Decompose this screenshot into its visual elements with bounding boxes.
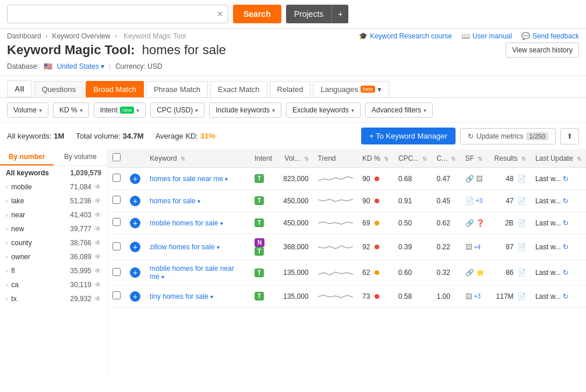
tab-all[interactable]: All [7,80,32,97]
eye-icon[interactable]: 👁 [94,239,101,247]
th-volume[interactable]: Vol... ⇅ [277,149,313,168]
eye-icon[interactable]: 👁 [94,253,101,261]
th-results[interactable]: Results ⇅ [490,149,531,168]
sidebar-item-county[interactable]: › county 38,766 👁 [0,236,107,250]
row-checkbox[interactable] [112,291,121,299]
keyword-dropdown-icon[interactable]: ▾ [210,294,213,300]
filter-exclude[interactable]: Exclude keywords ▾ [286,103,361,118]
sidebar-item-ca[interactable]: › ca 30,119 👁 [0,278,107,292]
row-checkbox[interactable] [112,242,121,250]
filter-advanced[interactable]: Advanced filters ▾ [365,103,433,118]
page-icon: 📄 [517,197,526,205]
filter-cpc[interactable]: CPC (USD) ▾ [150,103,204,118]
sidebar-tab-by-volume[interactable]: By volume [54,149,107,165]
breadcrumb-keyword-overview[interactable]: Keyword Overview [52,32,110,40]
th-com[interactable]: C... ⇅ [432,149,460,168]
sidebar-item-all-keywords[interactable]: All keywords 1,039,579 [0,166,107,180]
keyword-link[interactable]: zillow homes for sale [150,243,214,251]
breadcrumb-dashboard[interactable]: Dashboard [7,32,41,40]
sidebar-item-owner[interactable]: › owner 36,089 👁 [0,250,107,264]
refresh-button[interactable]: ↻ [563,219,569,227]
search-input[interactable]: homes for sale [7,5,228,23]
td-keyword: mobile homes for sale near me ▾ [145,260,250,285]
chevron-right-icon: › [6,212,8,218]
row-checkbox[interactable] [112,174,121,182]
projects-button[interactable]: Projects [286,5,332,23]
row-checkbox[interactable] [112,268,121,276]
eye-icon[interactable]: 👁 [94,295,101,303]
th-intent[interactable]: Intent [250,149,277,168]
sidebar-item-tx[interactable]: › tx 29,932 👁 [0,292,107,306]
eye-icon[interactable]: 👁 [94,281,101,289]
view-history-button[interactable]: View search history [506,43,579,58]
filter-include[interactable]: Include keywords ▾ [209,103,281,118]
sidebar-item-fl[interactable]: › fl 35,995 👁 [0,264,107,278]
keyword-dropdown-icon[interactable]: ▾ [225,176,228,182]
th-trend[interactable]: Trend [313,149,358,168]
sidebar-item-lake[interactable]: › lake 51,236 👁 [0,194,107,208]
sidebar-item-mobile[interactable]: › mobile 71,084 👁 [0,180,107,194]
sidebar-item-new[interactable]: › new 39,777 👁 [0,222,107,236]
update-metrics-button[interactable]: ↻ Update metrics 1/250 [460,128,556,144]
add-keyword-button[interactable]: + [130,267,140,278]
filter-kd[interactable]: KD % ▾ [53,103,89,118]
keyword-link[interactable]: mobile homes for sale [150,219,218,227]
tab-languages[interactable]: Languages beta ▾ [313,81,389,97]
keyword-dropdown-icon[interactable]: ▾ [161,274,164,280]
keyword-link[interactable]: homes for sale near me [150,175,223,183]
tab-questions[interactable]: Questions [34,81,84,97]
send-feedback-link[interactable]: 💬 Send feedback [521,32,579,40]
filter-volume[interactable]: Volume ▾ [7,103,48,118]
th-sf[interactable]: SF ⇅ [461,149,490,168]
filter-intent[interactable]: Intent new ▾ [94,103,146,118]
eye-icon[interactable]: 👁 [94,267,101,275]
th-cpc[interactable]: CPC... ⇅ [394,149,432,168]
add-keyword-button[interactable]: + [130,242,140,252]
eye-icon[interactable]: 👁 [94,197,101,205]
keyword-link[interactable]: homes for sale [150,197,196,205]
tab-broad-match[interactable]: Broad Match [86,81,144,97]
th-keyword[interactable]: Keyword ⇅ [145,149,250,168]
td-com: 0.32 [432,260,460,285]
row-checkbox[interactable] [112,196,121,204]
keyword-link[interactable]: tiny homes for sale [150,292,209,301]
eye-icon[interactable]: 👁 [94,183,101,191]
sidebar-tab-by-number[interactable]: By number [0,149,54,165]
add-keyword-button[interactable]: + [130,196,140,206]
tab-phrase-match[interactable]: Phrase Match [146,81,208,97]
select-all-checkbox[interactable] [112,153,121,161]
export-button[interactable]: ⬆ [560,128,579,144]
refresh-button[interactable]: ↻ [563,269,569,277]
keyword-research-course-link[interactable]: 🎓 Keyword Research course [359,32,452,40]
td-volume: 368,000 [277,234,313,260]
keyword-dropdown-icon[interactable]: ▾ [197,198,200,204]
td-volume: 450,000 [277,190,313,212]
add-keyword-button[interactable]: + [130,174,140,184]
keyword-dropdown-icon[interactable]: ▾ [217,244,220,250]
eye-icon[interactable]: 👁 [94,225,101,233]
td-sf: 🖼 +4 [461,234,490,260]
user-manual-link[interactable]: 📖 User manual [461,32,512,40]
th-last-update[interactable]: Last Update ⇅ [531,149,586,168]
refresh-button[interactable]: ↻ [563,197,569,205]
sidebar-item-label: mobile [11,183,31,191]
row-checkbox[interactable] [112,218,121,226]
sidebar-item-near[interactable]: › near 41,403 👁 [0,208,107,222]
refresh-button[interactable]: ↻ [563,292,569,301]
td-intent: T [250,212,277,234]
sidebar-item-label: ca [11,281,19,289]
refresh-button[interactable]: ↻ [563,243,569,251]
add-keyword-button[interactable]: + [130,218,140,228]
search-clear-icon[interactable]: ✕ [217,9,224,19]
eye-icon[interactable]: 👁 [94,211,101,219]
projects-add-button[interactable]: + [331,5,348,23]
refresh-button[interactable]: ↻ [563,175,569,183]
tab-related[interactable]: Related [270,81,311,97]
search-button[interactable]: Search [233,5,281,23]
add-keyword-button[interactable]: + [130,291,140,302]
keyword-dropdown-icon[interactable]: ▾ [220,220,223,227]
to-keyword-manager-button[interactable]: + To Keyword Manager [361,128,456,144]
tab-exact-match[interactable]: Exact Match [210,81,267,97]
database-country-link[interactable]: United States ▾ [57,62,104,70]
th-kd[interactable]: KD % ⇅ [358,149,394,168]
